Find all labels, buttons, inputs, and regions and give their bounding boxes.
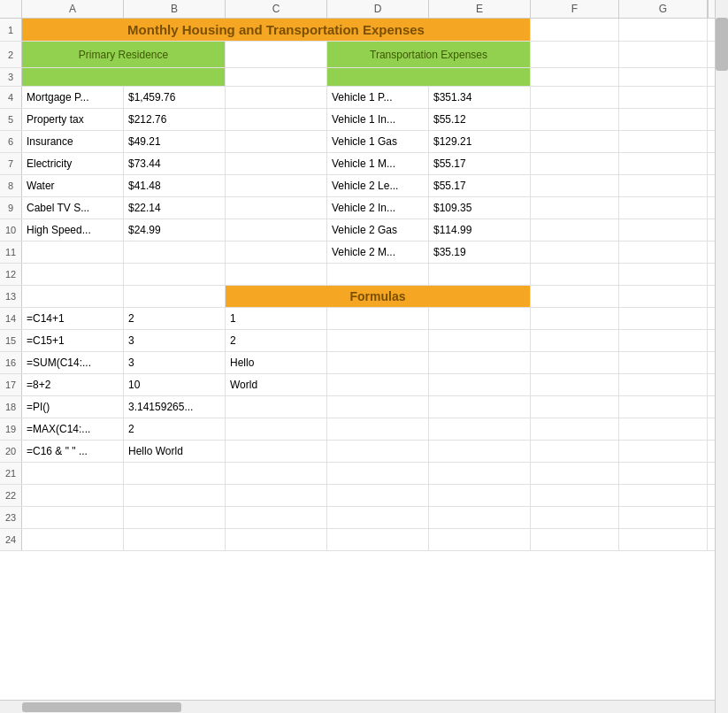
cell-11-d[interactable]: Vehicle 2 M... xyxy=(327,242,429,263)
cell-6-c[interactable] xyxy=(226,131,327,152)
cell-19-d[interactable] xyxy=(327,418,429,440)
cell-6-a[interactable]: Insurance xyxy=(22,131,124,152)
cell-5-d[interactable]: Vehicle 1 In... xyxy=(327,109,429,130)
cell-8-d[interactable]: Vehicle 2 Le... xyxy=(327,175,429,196)
cell-14-d[interactable] xyxy=(327,308,429,329)
cell-8-c[interactable] xyxy=(226,175,327,196)
table-row: 7 Electricity $73.44 Vehicle 1 M... $55.… xyxy=(0,153,728,175)
cell-3-g xyxy=(619,68,708,86)
table-row: 17 =8+2 10 World xyxy=(0,374,728,396)
cell-10-b[interactable]: $24.99 xyxy=(124,219,226,241)
cell-15-b[interactable]: 3 xyxy=(124,330,226,351)
spreadsheet-body[interactable]: 1 Monthly Housing and Transportation Exp… xyxy=(0,19,728,700)
horizontal-scrollbar[interactable] xyxy=(0,700,728,713)
cell-20-c[interactable] xyxy=(226,441,327,462)
cell-6-b[interactable]: $49.21 xyxy=(124,131,226,152)
cell-15-e[interactable] xyxy=(429,330,531,351)
cell-12-a[interactable] xyxy=(22,264,124,285)
cell-18-d[interactable] xyxy=(327,396,429,418)
table-row: 1 Monthly Housing and Transportation Exp… xyxy=(0,19,728,42)
cell-17-c[interactable]: World xyxy=(226,374,327,395)
cell-10-c[interactable] xyxy=(226,219,327,241)
cell-5-a[interactable]: Property tax xyxy=(22,109,124,130)
scrollbar-thumb-horizontal[interactable] xyxy=(22,702,181,712)
cell-19-c[interactable] xyxy=(226,418,327,440)
cell-16-b[interactable]: 3 xyxy=(124,352,226,373)
cell-16-e[interactable] xyxy=(429,352,531,373)
cell-15-a[interactable]: =C15+1 xyxy=(22,330,124,351)
cell-13-a[interactable] xyxy=(22,286,124,307)
cell-8-e[interactable]: $55.17 xyxy=(429,175,531,196)
cell-20-b[interactable]: Hello World xyxy=(124,441,226,462)
cell-12-e[interactable] xyxy=(429,264,531,285)
cell-16-d[interactable] xyxy=(327,352,429,373)
cell-6-d[interactable]: Vehicle 1 Gas xyxy=(327,131,429,152)
cell-5-e[interactable]: $55.12 xyxy=(429,109,531,130)
cell-14-b[interactable]: 2 xyxy=(124,308,226,329)
cell-5-c[interactable] xyxy=(226,109,327,130)
cell-10-e[interactable]: $114.99 xyxy=(429,219,531,241)
cell-15-c[interactable]: 2 xyxy=(226,330,327,351)
row-num-17: 17 xyxy=(0,374,22,395)
cell-17-a[interactable]: =8+2 xyxy=(22,374,124,395)
cell-11-c[interactable] xyxy=(226,242,327,263)
cell-8-b[interactable]: $41.48 xyxy=(124,175,226,196)
cell-9-a[interactable]: Cabel TV S... xyxy=(22,197,124,218)
cell-8-a[interactable]: Water xyxy=(22,175,124,196)
cell-14-g xyxy=(619,308,708,329)
cell-10-a[interactable]: High Speed... xyxy=(22,219,124,241)
cell-14-e[interactable] xyxy=(429,308,531,329)
scrollbar-thumb-vertical[interactable] xyxy=(716,18,728,71)
cell-4-a[interactable]: Mortgage P... xyxy=(22,87,124,108)
cell-19-g xyxy=(619,418,708,440)
cell-16-c[interactable]: Hello xyxy=(226,352,327,373)
cell-7-c[interactable] xyxy=(226,153,327,174)
cell-7-d[interactable]: Vehicle 1 M... xyxy=(327,153,429,174)
cell-13-b[interactable] xyxy=(124,286,226,307)
cell-14-a[interactable]: =C14+1 xyxy=(22,308,124,329)
cell-12-b[interactable] xyxy=(124,264,226,285)
cell-20-d[interactable] xyxy=(327,441,429,462)
cell-7-e[interactable]: $55.17 xyxy=(429,153,531,174)
cell-20-g xyxy=(619,441,708,462)
cell-7-b[interactable]: $73.44 xyxy=(124,153,226,174)
cell-5-b[interactable]: $212.76 xyxy=(124,109,226,130)
cell-9-g xyxy=(619,197,708,218)
cell-17-e[interactable] xyxy=(429,374,531,395)
cell-9-c[interactable] xyxy=(226,197,327,218)
cell-10-d[interactable]: Vehicle 2 Gas xyxy=(327,219,429,241)
table-row: 11 Vehicle 2 M... $35.19 xyxy=(0,242,728,264)
cell-20-a[interactable]: =C16 & " " ... xyxy=(22,441,124,462)
cell-9-e[interactable]: $109.35 xyxy=(429,197,531,218)
cell-19-b[interactable]: 2 xyxy=(124,418,226,440)
cell-17-d[interactable] xyxy=(327,374,429,395)
cell-19-a[interactable]: =MAX(C14:... xyxy=(22,418,124,440)
cell-15-d[interactable] xyxy=(327,330,429,351)
row-num-3: 3 xyxy=(0,68,22,86)
cell-4-c[interactable] xyxy=(226,87,327,108)
cell-9-b[interactable]: $22.14 xyxy=(124,197,226,218)
cell-19-e[interactable] xyxy=(429,418,531,440)
cell-4-b[interactable]: $1,459.76 xyxy=(124,87,226,108)
cell-9-d[interactable]: Vehicle 2 In... xyxy=(327,197,429,218)
cell-20-e[interactable] xyxy=(429,441,531,462)
cell-18-c[interactable] xyxy=(226,396,327,418)
cell-18-a[interactable]: =PI() xyxy=(22,396,124,418)
cell-6-e[interactable]: $129.21 xyxy=(429,131,531,152)
cell-14-c[interactable]: 1 xyxy=(226,308,327,329)
cell-4-e[interactable]: $351.34 xyxy=(429,87,531,108)
cell-11-b[interactable] xyxy=(124,242,226,263)
cell-16-a[interactable]: =SUM(C14:... xyxy=(22,352,124,373)
cell-11-a[interactable] xyxy=(22,242,124,263)
cell-18-e[interactable] xyxy=(429,396,531,418)
cell-18-b[interactable]: 3.14159265... xyxy=(124,396,226,418)
cell-4-d[interactable]: Vehicle 1 P... xyxy=(327,87,429,108)
col-header-e: E xyxy=(429,0,531,18)
cell-7-a[interactable]: Electricity xyxy=(22,153,124,174)
cell-2-f xyxy=(531,42,619,67)
vertical-scrollbar[interactable] xyxy=(715,0,728,713)
cell-17-b[interactable]: 10 xyxy=(124,374,226,395)
cell-12-c[interactable] xyxy=(226,264,327,285)
cell-12-d[interactable] xyxy=(327,264,429,285)
cell-11-e[interactable]: $35.19 xyxy=(429,242,531,263)
